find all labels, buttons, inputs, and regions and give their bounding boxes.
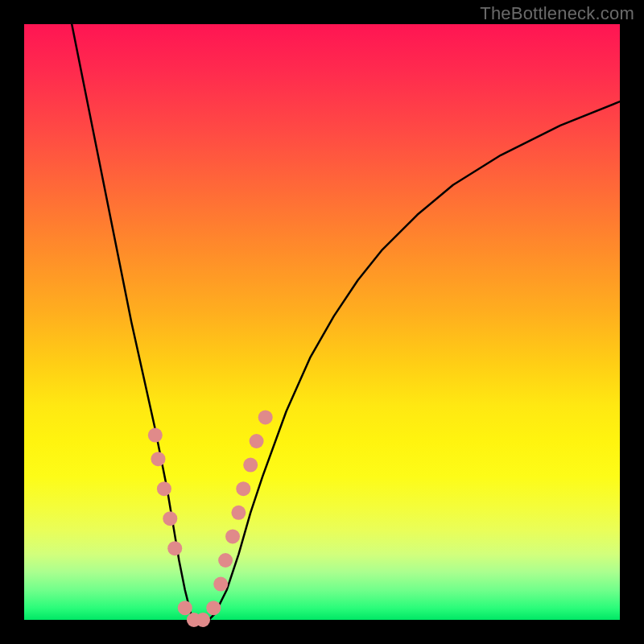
- highlight-dot: [206, 601, 221, 615]
- watermark-text: TheBottleneck.com: [480, 3, 634, 24]
- highlight-dot: [163, 511, 177, 526]
- highlight-dot: [250, 434, 264, 448]
- highlight-dot: [167, 541, 182, 555]
- highlight-dot: [196, 613, 210, 627]
- curve-svg: [24, 24, 620, 620]
- highlight-dots: [148, 410, 273, 627]
- highlight-dot: [225, 529, 240, 543]
- highlight-dot: [236, 481, 250, 496]
- bottleneck-curve: [72, 24, 620, 620]
- highlight-dot: [231, 506, 246, 520]
- plot-area: [24, 24, 620, 620]
- highlight-dot: [213, 577, 228, 592]
- highlight-dot: [157, 481, 171, 496]
- highlight-dot: [151, 452, 166, 466]
- bottleneck-curve-path: [72, 24, 620, 620]
- highlight-dot: [148, 428, 163, 443]
- highlight-dot: [178, 601, 192, 615]
- highlight-dot: [258, 410, 273, 424]
- highlight-dot: [243, 458, 258, 473]
- highlight-dot: [218, 553, 233, 568]
- chart-frame: TheBottleneck.com: [0, 0, 644, 644]
